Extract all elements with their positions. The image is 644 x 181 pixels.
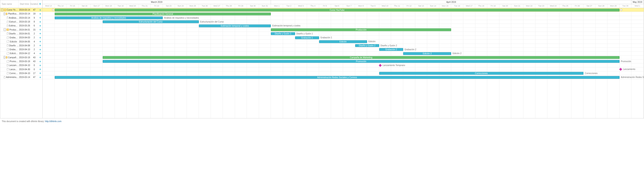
task-row[interactable]: Edición 22019-04-124+ <box>0 52 42 55</box>
gantt-bar[interactable]: Diseño y Guión 2 <box>355 44 379 47</box>
collapse-toggle[interactable]: − <box>4 13 5 15</box>
gantt-bar[interactable]: Edición <box>319 40 367 43</box>
task-start: 2019-04-03 <box>18 36 30 39</box>
add-subtask-button[interactable]: + <box>38 36 42 39</box>
add-subtask-button[interactable]: + <box>38 20 42 24</box>
gantt-bar[interactable]: Correcciones <box>379 72 584 75</box>
day-cell: Fri 15 <box>66 4 79 8</box>
col-start-time[interactable]: Start time <box>18 0 30 8</box>
month-cell: May 2019 <box>632 0 644 4</box>
gantt-bar[interactable]: Curso YouTube <box>55 9 620 12</box>
day-cell: Tue 26 <box>199 4 211 8</box>
task-row[interactable]: −Curso YouTube2019-03-1447+ <box>0 8 42 12</box>
task-start: 2019-03-18 <box>18 56 30 59</box>
milestone[interactable] <box>619 68 622 71</box>
task-row[interactable]: Correcciones2019-04-1017+ <box>0 71 42 75</box>
task-duration: 9 <box>30 17 38 19</box>
file-icon <box>7 33 8 35</box>
add-subtask-button[interactable]: + <box>38 68 42 71</box>
add-subtask-button[interactable]: + <box>38 24 42 28</box>
bar-label: Análisis de requisitos y necesidades <box>164 17 199 19</box>
gantt-bar[interactable]: Producción <box>271 28 451 31</box>
gantt-bar[interactable]: Promoción <box>103 60 620 63</box>
task-start: 2019-03-14 <box>18 13 30 15</box>
collapse-toggle[interactable]: − <box>1 9 3 11</box>
task-start: 2019-04-01 <box>18 29 30 31</box>
chart-body[interactable]: Curso YouTubePlanificación GeneralAnális… <box>42 8 644 118</box>
add-subtask-button[interactable]: + <box>38 32 42 35</box>
add-subtask-button[interactable]: + <box>38 44 42 47</box>
gantt-bar[interactable]: Planificación General <box>55 13 271 15</box>
task-duration: 0 <box>30 64 38 67</box>
gantt-bar[interactable]: Campaña de Márketing <box>103 56 620 59</box>
bar-start-cap[interactable] <box>52 9 54 11</box>
task-row[interactable]: Promoción2019-03-1843+ <box>0 60 42 63</box>
gantt-bar[interactable]: Diseño y Guión 1 <box>271 32 295 35</box>
gantt-bar[interactable]: Estimación temporal y costes <box>199 25 271 27</box>
day-cell: Mon 8 <box>355 4 367 8</box>
chart-row: Administración Redes Sociales y CorreosA… <box>42 75 644 79</box>
day-cell: Wed 13 <box>42 4 55 8</box>
task-row[interactable]: Diseño y Guión 12019-04-012+ <box>0 32 42 36</box>
day-cell: Tue 19 <box>115 4 127 8</box>
collapse-toggle[interactable]: − <box>4 28 6 31</box>
gantt-bar[interactable]: Edición 2 <box>403 52 451 55</box>
task-row[interactable]: Administración Redes2019-03-1447+ <box>0 75 42 79</box>
bar-end-cap[interactable] <box>620 9 622 11</box>
milestone[interactable] <box>379 64 382 67</box>
add-subtask-button[interactable]: + <box>38 40 42 43</box>
month-cell: April 2019 <box>271 0 632 4</box>
gantt-bar[interactable]: Análisis de requisitos y necesidades <box>55 17 163 19</box>
gantt-bar[interactable]: Administración Redes Sociales y Correos <box>55 76 620 79</box>
task-row[interactable]: Grabación 22019-04-102+ <box>0 48 42 52</box>
task-row[interactable]: −Campaña de Márketing2019-03-1843+ <box>0 56 42 60</box>
task-duration: 8 <box>30 21 38 23</box>
task-row[interactable]: −Producción2019-04-0115+ <box>0 28 42 32</box>
add-subtask-button[interactable]: + <box>38 52 42 55</box>
add-subtask-button[interactable]: + <box>38 48 42 51</box>
add-task-button[interactable]: + <box>38 0 42 8</box>
day-cell: Mon 29 <box>608 4 620 8</box>
add-subtask-button[interactable]: + <box>38 28 42 31</box>
task-row[interactable]: −Planificación General2019-03-1418+ <box>0 12 42 16</box>
add-subtask-button[interactable]: + <box>38 76 42 79</box>
task-row[interactable]: Lanzamiento Temprano2019-04-100+ <box>0 63 42 67</box>
task-row[interactable]: Lanzamiento2019-04-300+ <box>0 67 42 71</box>
task-row[interactable]: Estimación temporal2019-03-266+ <box>0 24 42 28</box>
task-duration: 43 <box>30 60 38 63</box>
task-name: Campaña de Márketing <box>8 56 18 59</box>
file-icon <box>7 52 9 55</box>
col-duration[interactable]: Duration <box>30 0 38 8</box>
task-duration: 43 <box>30 56 38 59</box>
collapse-toggle[interactable]: − <box>4 56 5 59</box>
add-subtask-button[interactable]: + <box>38 12 42 16</box>
task-start: 2019-04-10 <box>18 72 30 75</box>
add-subtask-button[interactable]: + <box>38 71 42 75</box>
gantt-bar[interactable]: Grabación 2 <box>379 48 403 51</box>
add-subtask-button[interactable]: + <box>38 56 42 59</box>
task-row[interactable]: Edición2019-04-054+ <box>0 40 42 44</box>
task-row[interactable]: Diseño y Guión 22019-04-082+ <box>0 44 42 48</box>
day-cell: Wed 24 <box>547 4 560 8</box>
chart-row: Análisis de requisitos y necesidadesAnál… <box>42 16 644 20</box>
day-cell: Sat 16 <box>79 4 91 8</box>
task-row[interactable]: Análisis de requisitos2019-03-149+ <box>0 16 42 20</box>
col-task-name[interactable]: Task name <box>0 0 18 8</box>
task-row[interactable]: Estructuración2019-03-188+ <box>0 20 42 24</box>
add-subtask-button[interactable]: + <box>38 8 42 12</box>
day-cell: Mon 15 <box>439 4 452 8</box>
day-cell: Fri 29 <box>235 4 247 8</box>
gantt-bar[interactable]: Grabación 1 <box>295 36 319 39</box>
task-duration: 2 <box>30 44 38 47</box>
add-subtask-button[interactable]: + <box>38 64 42 67</box>
footer-link[interactable]: http://dhtmlx.com <box>45 120 62 122</box>
task-name: Producción <box>10 29 18 31</box>
task-row[interactable]: Grabación 12019-04-032+ <box>0 36 42 40</box>
add-subtask-button[interactable]: + <box>38 60 42 63</box>
chart-row: Diseño y Guión 2Diseño y Guión 2 <box>42 44 644 48</box>
gantt-bar[interactable]: Estructuración del Curso <box>103 20 199 23</box>
task-duration: 47 <box>30 76 38 78</box>
add-subtask-button[interactable]: + <box>38 16 42 20</box>
task-duration: 15 <box>30 29 38 31</box>
task-duration: 2 <box>30 48 38 51</box>
